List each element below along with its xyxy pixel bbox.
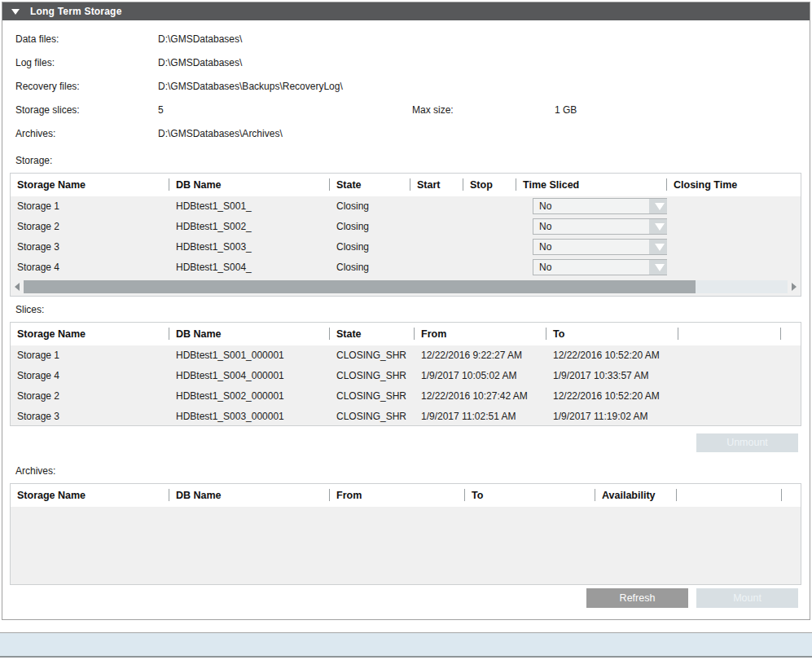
column-header[interactable]: To [465, 484, 595, 507]
table-cell: HDBtest1_S001_ [169, 196, 330, 217]
table-cell: CLOSING_SHR [330, 366, 415, 386]
table-cell [667, 257, 801, 278]
slices-table-header: Storage Name DB Name State From To [11, 323, 801, 345]
time-sliced-cell: No [516, 257, 667, 278]
table-cell [463, 237, 516, 257]
table-row[interactable]: Storage 3HDBtest1_S003_ClosingNo [11, 237, 801, 257]
storage-table-header: Storage Name DB Name State Start Stop Ti… [11, 174, 801, 196]
table-cell: 12/22/2016 10:27:42 AM [415, 386, 546, 407]
table-cell: 1/9/2017 11:02:51 AM [415, 407, 546, 427]
recovery-files-label: Recovery files: [15, 79, 80, 94]
storage-slices-value: 5 [158, 103, 164, 117]
time-sliced-dropdown[interactable]: No [533, 218, 667, 235]
table-row[interactable]: Storage 4HDBtest1_S004_ClosingNo [11, 257, 801, 278]
table-cell-empty [678, 407, 781, 427]
table-row[interactable]: Storage 1HDBtest1_S001_ClosingNo [11, 196, 801, 217]
table-cell: HDBtest1_S004_000001 [169, 366, 330, 386]
dropdown-selected-value: No [533, 219, 649, 234]
scrollbar-track[interactable] [24, 280, 788, 293]
slices-table-body: Storage 1HDBtest1_S001_000001CLOSING_SHR… [11, 345, 801, 427]
column-header[interactable]: Storage Name [11, 323, 169, 345]
table-cell: 12/22/2016 9:22:27 AM [415, 345, 546, 366]
unmount-button[interactable]: Unmount [696, 433, 798, 452]
column-header[interactable]: DB Name [169, 323, 330, 345]
table-cell-empty [781, 407, 801, 427]
column-header[interactable]: Start [410, 174, 463, 196]
column-header[interactable]: Storage Name [11, 484, 169, 507]
chevron-down-icon[interactable] [649, 199, 667, 213]
table-cell [463, 217, 516, 237]
collapse-icon[interactable] [11, 9, 20, 15]
archives-path-value: D:\GMSDatabases\Archives\ [158, 126, 283, 141]
section-title: Long Term Storage [30, 6, 122, 17]
column-header[interactable]: Availability [595, 484, 677, 507]
log-files-label: Log files: [15, 55, 55, 70]
horizontal-scrollbar[interactable] [15, 280, 797, 293]
column-header[interactable]: DB Name [169, 484, 330, 507]
recovery-files-value: D:\GMSDatabases\Backups\RecoveryLog\ [158, 79, 343, 94]
table-cell [410, 196, 463, 217]
table-cell: Storage 1 [11, 196, 169, 217]
scroll-left-icon[interactable] [15, 283, 20, 291]
chevron-down-icon [655, 223, 665, 231]
column-header[interactable]: State [330, 174, 410, 196]
table-cell-empty [678, 345, 781, 366]
table-cell: HDBtest1_S004_ [169, 257, 330, 278]
table-cell-empty [678, 366, 781, 386]
table-cell-empty [678, 386, 781, 407]
table-cell: Storage 3 [11, 237, 169, 257]
column-header[interactable]: State [330, 323, 415, 345]
table-cell [410, 257, 463, 278]
table-cell [463, 196, 516, 217]
field-row-storage-slices: Storage slices: 5 Max size: 1 GB [2, 103, 810, 117]
table-cell: CLOSING_SHR [330, 407, 415, 427]
table-cell: Closing [330, 257, 410, 278]
table-cell: Closing [330, 196, 410, 217]
table-row[interactable]: Storage 3HDBtest1_S003_000001CLOSING_SHR… [11, 407, 801, 427]
table-row[interactable]: Storage 1HDBtest1_S001_000001CLOSING_SHR… [11, 345, 801, 366]
chevron-down-icon[interactable] [649, 240, 667, 254]
column-header[interactable]: Time Sliced [516, 174, 667, 196]
table-cell-empty [781, 386, 801, 407]
chevron-down-icon[interactable] [649, 219, 667, 234]
table-cell [463, 257, 516, 278]
table-row[interactable]: Storage 2HDBtest1_S002_ClosingNo [11, 217, 801, 237]
table-row[interactable]: Storage 4HDBtest1_S004_000001CLOSING_SHR… [11, 366, 801, 386]
column-header[interactable]: Storage Name [11, 174, 169, 196]
column-header-empty [781, 323, 801, 345]
bottom-status-bar [0, 632, 812, 658]
slices-section-label: Slices: [15, 302, 44, 317]
field-row-data-files: Data files: D:\GMSDatabases\ [2, 32, 810, 46]
scrollbar-thumb[interactable] [24, 280, 696, 293]
column-header[interactable]: From [330, 484, 465, 507]
time-sliced-dropdown[interactable]: No [533, 239, 667, 255]
chevron-down-icon[interactable] [649, 260, 667, 275]
table-cell [410, 217, 463, 237]
slices-table: Storage Name DB Name State From To Stora… [10, 322, 801, 426]
time-sliced-dropdown[interactable]: No [533, 259, 667, 275]
time-sliced-dropdown[interactable]: No [533, 198, 667, 214]
table-cell: Closing [330, 217, 410, 237]
scroll-right-icon[interactable] [792, 283, 797, 291]
column-header[interactable]: Stop [463, 174, 516, 196]
time-sliced-cell: No [516, 217, 667, 237]
dropdown-selected-value: No [533, 260, 649, 275]
column-header[interactable]: To [546, 323, 678, 345]
refresh-button[interactable]: Refresh [586, 588, 688, 608]
table-cell-empty [781, 366, 801, 386]
archives-path-label: Archives: [15, 126, 55, 141]
field-row-log-files: Log files: D:\GMSDatabases\ [2, 55, 810, 70]
table-cell: CLOSING_SHR [330, 386, 415, 407]
section-header[interactable]: Long Term Storage [2, 2, 810, 20]
table-row[interactable]: Storage 2HDBtest1_S002_000001CLOSING_SHR… [11, 386, 801, 407]
column-header[interactable]: Closing Time [667, 174, 801, 196]
column-header[interactable]: From [415, 323, 546, 345]
mount-button[interactable]: Mount [696, 588, 798, 608]
table-cell: HDBtest1_S002_000001 [169, 386, 330, 407]
storage-section-label: Storage: [15, 153, 52, 168]
table-cell: 12/22/2016 10:52:20 AM [546, 386, 678, 407]
table-cell: HDBtest1_S001_000001 [169, 345, 330, 366]
table-cell [667, 217, 801, 237]
column-header[interactable]: DB Name [169, 174, 330, 196]
table-cell: Storage 4 [11, 257, 169, 278]
